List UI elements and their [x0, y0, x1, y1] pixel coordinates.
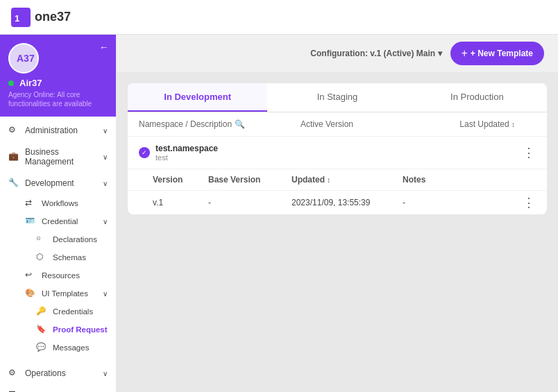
sidebar-item-credential[interactable]: 🪪 Credential ∨: [19, 212, 116, 230]
logo-icon: 1: [11, 8, 31, 27]
content-card: In Development In Staging In Production …: [128, 83, 547, 214]
ui-templates-icon: 🎨: [25, 288, 36, 299]
sidebar-item-label: Workflows: [42, 199, 78, 207]
sidebar-item-messages[interactable]: 💬 Messages: [31, 339, 116, 357]
schema-icon: ⬡: [36, 252, 47, 263]
search-icon[interactable]: 🔍: [235, 119, 245, 129]
sidebar-item-add-ons[interactable]: ☰ Add-Ons ∨: [0, 384, 116, 392]
chevron-down-icon: ∨: [103, 218, 108, 225]
sidebar-item-label: Credential: [42, 217, 78, 225]
base-version-col-header: Base Version: [208, 175, 291, 185]
config-label: Configuration: v.1 (Active) Main ▾: [310, 49, 441, 58]
tab-in-production[interactable]: In Production: [407, 83, 547, 112]
notes-value: -: [403, 198, 523, 207]
nav-sub-credential: ○ Declarations ⬡ Schemas: [19, 230, 116, 266]
namespace-info: test.namespace test: [155, 144, 218, 162]
sidebar-item-label: Credentials: [53, 307, 93, 316]
base-version-value: -: [208, 198, 291, 207]
sidebar-item-credentials-sub[interactable]: 🔑 Credentials: [31, 302, 116, 321]
namespace-row: test.namespace test ⋮: [128, 137, 547, 169]
nav-sub-ui-templates: 🔑 Credentials 🔖 Proof Request 💬 Messages: [19, 302, 116, 357]
nav-sub-development: ⇄ Workflows 🪪 Credential ∨ ○ Declaration…: [0, 194, 116, 357]
sidebar-item-operations[interactable]: ⚙ Operations ∨: [0, 362, 116, 384]
version-row-menu[interactable]: ⋮: [523, 196, 536, 209]
updated-col-header: Updated ↕: [291, 175, 403, 185]
back-arrow[interactable]: ←: [99, 42, 109, 53]
nav-section-bottom: ⚙ Operations ∨ ☰ Add-Ons ∨: [0, 359, 116, 392]
main-header: Configuration: v.1 (Active) Main ▾ + New…: [117, 35, 558, 72]
chevron-down-icon: ∨: [103, 153, 108, 161]
agency-status: Agency Online: All core functionalities …: [8, 90, 108, 108]
code-icon: 🔧: [8, 178, 19, 189]
sidebar-item-workflows[interactable]: ⇄ Workflows: [19, 194, 116, 212]
sidebar-item-business-management[interactable]: 💼 Business Management ∨: [0, 142, 116, 172]
sidebar-item-proof-request[interactable]: 🔖 Proof Request: [31, 321, 116, 339]
sidebar-item-ui-templates[interactable]: 🎨 UI Templates ∨: [19, 284, 116, 302]
updated-sort-icon: ↕: [327, 176, 330, 184]
version-table-row: v.1 - 2023/11/09, 13:55:39 - ⋮: [128, 191, 547, 214]
tab-in-development[interactable]: In Development: [128, 83, 267, 112]
version-value: v.1: [153, 198, 208, 207]
chevron-down-icon: ∨: [103, 127, 108, 135]
id-card-icon: 🪪: [25, 216, 36, 227]
notes-col-header: Notes: [403, 175, 536, 185]
sort-icon: ↕: [512, 121, 515, 128]
layout: ← A37 Air37 Agency Online: All core func…: [0, 35, 558, 392]
sidebar-item-label: Business Management: [25, 147, 97, 167]
content-area: In Development In Staging In Production …: [117, 72, 558, 392]
main-content: Configuration: v.1 (Active) Main ▾ + New…: [117, 35, 558, 392]
agency-avatar: A37: [8, 43, 39, 74]
sidebar-item-label: Messages: [53, 343, 89, 352]
config-chevron: ▾: [438, 49, 442, 58]
namespace-row-menu[interactable]: ⋮: [523, 146, 536, 159]
sidebar-item-administration[interactable]: ⚙ Administration ∨: [0, 119, 116, 142]
nav-section: ⚙ Administration ∨ 💼 Business Management…: [0, 117, 116, 359]
workflow-icon: ⇄: [25, 198, 36, 209]
svg-text:A37: A37: [17, 53, 35, 64]
briefcase-icon: 💼: [8, 151, 19, 162]
updated-value: 2023/11/09, 13:55:39: [291, 198, 403, 207]
operations-icon: ⚙: [8, 368, 19, 379]
proof-icon: 🔖: [36, 324, 47, 335]
sidebar-item-label: Schemas: [53, 253, 86, 262]
col-namespace: Namespace / Description 🔍: [139, 119, 264, 129]
logo: 1 one37: [11, 8, 71, 27]
sidebar-item-label: Resources: [42, 271, 80, 280]
agency-banner: ← A37 Air37 Agency Online: All core func…: [0, 35, 116, 117]
namespace-name: test.namespace: [155, 144, 218, 153]
version-col-header: Version: [153, 175, 208, 185]
version-table: Version Base Version Updated ↕ Notes: [128, 169, 547, 214]
sidebar-item-label: Development: [25, 178, 74, 188]
version-table-header: Version Base Version Updated ↕ Notes: [128, 169, 547, 191]
col-active-version: Active Version: [264, 119, 390, 129]
credential-sub-icon: 🔑: [36, 306, 47, 317]
sidebar-item-schemas[interactable]: ⬡ Schemas: [31, 248, 116, 266]
sidebar-item-development[interactable]: 🔧 Development ∨: [0, 172, 116, 194]
col-last-updated: Last Updated ↕: [389, 119, 536, 129]
namespace-indicator: [139, 147, 150, 158]
new-template-button[interactable]: + New Template: [450, 42, 544, 65]
sidebar-item-label: Proof Request: [53, 325, 108, 334]
sidebar-item-resources[interactable]: ↩ Resources: [19, 266, 116, 284]
gear-icon: ⚙: [8, 125, 19, 136]
list-icon: ○: [36, 234, 47, 245]
sidebar-item-declarations[interactable]: ○ Declarations: [31, 230, 116, 248]
sidebar-item-label: Declarations: [53, 235, 97, 244]
sidebar-item-label: UI Templates: [42, 289, 88, 298]
topbar: 1 one37: [0, 0, 558, 35]
resources-icon: ↩: [25, 270, 36, 281]
sidebar: ← A37 Air37 Agency Online: All core func…: [0, 35, 117, 392]
messages-icon: 💬: [36, 342, 47, 353]
chevron-down-icon: ∨: [103, 180, 108, 187]
tabs-container: In Development In Staging In Production: [128, 83, 547, 112]
namespace-sub: test: [155, 153, 218, 162]
agency-name: Air37: [19, 78, 42, 88]
sidebar-item-label: Operations: [25, 368, 66, 378]
logo-text: one37: [35, 10, 71, 24]
status-dot: [8, 80, 14, 86]
chevron-down-icon: ∨: [103, 370, 108, 377]
chevron-down-icon: ∨: [103, 290, 108, 298]
table-header: Namespace / Description 🔍 Active Version…: [128, 112, 547, 137]
tab-in-staging[interactable]: In Staging: [267, 83, 407, 112]
sidebar-item-label: Administration: [25, 126, 78, 135]
